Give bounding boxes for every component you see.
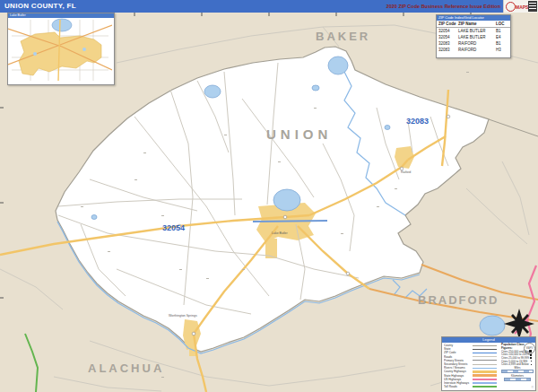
population-marker — [531, 361, 533, 362]
legend-swatch — [473, 353, 497, 353]
logo-block-icon — [528, 1, 537, 12]
map-legend: Legend County State ZIP Code Roads Prima… — [441, 336, 536, 391]
table-row: 32083 RAIFORD H3 — [437, 47, 510, 53]
inset-lake — [52, 19, 72, 31]
legend-swatch — [473, 349, 497, 350]
zip-label-32054: 32054 — [162, 223, 185, 232]
legend-swatch — [473, 386, 497, 388]
city-label-worthington: Worthington Springs — [169, 314, 197, 318]
header-bar: UNION COUNTY, FL 2020 ZIP Code Business … — [0, 0, 538, 13]
publisher-logo: MAPS — [503, 0, 538, 13]
county-label-bradford: BRADFORD — [418, 293, 499, 307]
table-row: 32054 LAKE BUTLER E4 — [437, 34, 510, 40]
interstate-road-segment — [253, 221, 327, 222]
col-zip-name: ZIP Name — [458, 21, 496, 27]
cell-name: LAKE BUTLER — [458, 28, 496, 34]
col-zip-code: ZIP Code — [438, 21, 458, 27]
legend-swatch — [473, 360, 497, 361]
county-label-baker: BAKER — [316, 30, 370, 43]
legend-symbol-list: County State ZIP Code Roads Primary Stre… — [444, 344, 499, 388]
map-document: BAKER UNION BRADFORD ALACHUA 32083 32054… — [0, 0, 538, 392]
legend-swatch — [473, 345, 497, 346]
cell-name: RAIFORD — [458, 47, 496, 53]
logo-swirl-icon — [506, 2, 516, 12]
scale-bar-miles: Miles — [501, 366, 534, 373]
cell-name: LAKE BUTLER — [458, 34, 496, 40]
copyright-text: © — [532, 386, 534, 389]
scale-bar-kilometers: Kilometers — [504, 374, 531, 381]
cell-loc: B1 — [496, 40, 507, 47]
legend-swatch — [473, 382, 497, 385]
zip-index-header-row: ZIP Code ZIP Name LOC — [437, 21, 510, 28]
cell-name: RAIFORD — [458, 40, 496, 47]
col-loc: LOC — [496, 21, 507, 27]
cell-zip: 32054 — [438, 34, 458, 40]
table-row: 32083 RAIFORD B1 — [437, 40, 510, 47]
legend-swatch — [473, 374, 497, 377]
legend-swatch — [473, 368, 497, 369]
legend-swatch — [473, 356, 497, 357]
cell-loc: B1 — [496, 28, 507, 34]
inset-map: Lake Butler — [7, 13, 115, 85]
legend-item: Toll Roads — [444, 385, 499, 388]
edition-label: 2020 ZIP Code Business Reference Issue E… — [386, 4, 500, 9]
legend-logo-icon: MAPS — [524, 343, 535, 354]
scale-km-bar — [504, 378, 531, 381]
cell-zip: 32054 — [438, 28, 458, 34]
cell-zip: 32083 — [438, 40, 458, 47]
legend-item-label: Toll Roads — [444, 385, 473, 388]
legend-swatch — [473, 370, 497, 373]
logo-brand-text: MAPS — [516, 4, 528, 10]
zip-index-table: ZIP Code Index/Grid Locator ZIP Code ZIP… — [436, 14, 511, 58]
page-title: UNION COUNTY, FL — [4, 2, 76, 10]
cell-loc: E4 — [496, 34, 507, 40]
inset-map-canvas — [8, 18, 112, 83]
city-label-lake-butler: Lake Butler — [272, 231, 288, 235]
county-label-alachua: ALACHUA — [88, 362, 164, 375]
cell-loc: H3 — [496, 47, 507, 53]
scale-miles-bar — [501, 370, 534, 373]
population-marker — [531, 364, 532, 365]
legend-swatch — [473, 364, 497, 365]
table-row: 32054 LAKE BUTLER B1 — [437, 28, 510, 34]
legend-swatch — [473, 379, 497, 381]
city-label-raiford: Raiford — [401, 170, 411, 174]
county-label-union: UNION — [266, 126, 332, 142]
cell-zip: 32083 — [438, 47, 458, 53]
zip-label-32083: 32083 — [406, 117, 429, 126]
